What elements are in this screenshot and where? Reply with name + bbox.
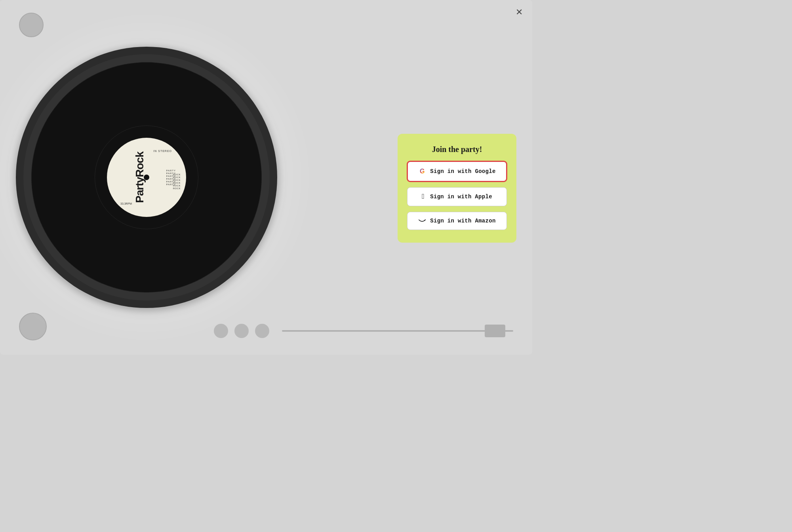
signin-google-label: Sign in with Google xyxy=(430,168,495,175)
control-dots xyxy=(214,324,269,338)
turntable-container: ✕ PartyRock IN STEREO 33.3RPM PARTY PAR xyxy=(0,0,532,355)
bottom-controls xyxy=(0,324,532,338)
signin-apple-button[interactable]:  Sign in with Apple xyxy=(407,187,507,206)
signin-google-button[interactable]: G Sign in with Google xyxy=(407,161,507,182)
label-tracks-party: PARTY PARTY PARTY PARTY PARTY PARTY xyxy=(166,169,176,186)
label-tracks-rock: ROCK ROCK ROCK ROCK ROCK ROCK xyxy=(173,173,181,190)
control-dot-1[interactable] xyxy=(214,324,228,338)
vinyl-label: PartyRock IN STEREO 33.3RPM PARTY PARTY … xyxy=(107,138,186,217)
vinyl-center-hole xyxy=(144,175,149,180)
vinyl-record: PartyRock IN STEREO 33.3RPM PARTY PARTY … xyxy=(16,47,277,308)
signin-amazon-label: Sign in with Amazon xyxy=(430,218,495,224)
google-icon: G xyxy=(418,167,426,175)
slider-thumb[interactable] xyxy=(485,325,505,337)
amazon-icon xyxy=(418,218,426,223)
close-button[interactable]: ✕ xyxy=(516,8,523,17)
signin-title: Join the party! xyxy=(407,145,507,154)
vinyl-platter: PartyRock IN STEREO 33.3RPM PARTY PARTY … xyxy=(16,47,277,308)
label-stereo-text: IN STEREO xyxy=(153,150,172,152)
slider-track[interactable] xyxy=(282,330,513,332)
control-dot-2[interactable] xyxy=(234,324,249,338)
signin-apple-label: Sign in with Apple xyxy=(430,194,492,200)
knob-top-left xyxy=(19,13,44,37)
volume-slider-area xyxy=(282,330,513,332)
signin-panel: Join the party! G Sign in with Google  … xyxy=(398,134,516,243)
svg-line-0 xyxy=(425,220,426,220)
signin-amazon-button[interactable]: Sign in with Amazon xyxy=(407,212,507,230)
control-dot-3[interactable] xyxy=(255,324,269,338)
apple-icon:  xyxy=(422,193,426,200)
label-rpm-text: 33.3RPM xyxy=(120,202,132,205)
